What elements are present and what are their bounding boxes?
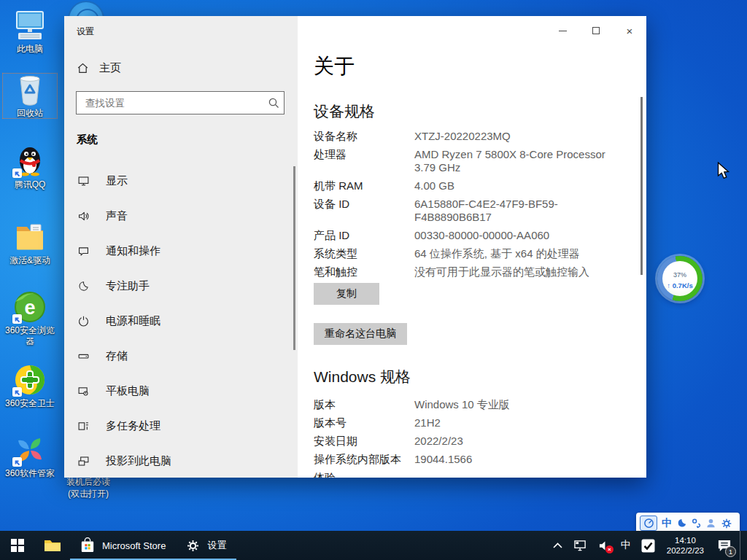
desktop-icon-label: 此电脑	[2, 44, 58, 55]
content-scrollbar[interactable]	[640, 97, 643, 275]
microsoft-store-icon	[80, 537, 95, 553]
spec-row: 设备名称 XTZJ-20220223MQ	[314, 130, 635, 143]
sidebar-item-sound[interactable]: 声音	[64, 198, 295, 233]
spec-label: 设备 ID	[314, 198, 414, 224]
sidebar-item-label: 通知和操作	[106, 244, 160, 258]
desktop-icon-360-browser[interactable]: e 360安全浏览器	[2, 290, 58, 347]
sidebar-item-label: 存储	[106, 349, 128, 363]
sidebar-section-title: 系统	[77, 133, 98, 147]
qq-penguin-icon	[12, 144, 47, 178]
minimize-button[interactable]	[546, 16, 579, 45]
desktop-icon-qq[interactable]: 腾讯QQ	[2, 144, 58, 190]
desktop-icon-label: 激活&驱动	[2, 255, 58, 266]
search-input[interactable]	[77, 98, 265, 109]
storage-icon	[77, 350, 90, 362]
sidebar-item-label: 投影到此电脑	[106, 454, 171, 468]
memory-percent: 37	[673, 271, 681, 279]
ime-gauge-icon[interactable]	[640, 516, 657, 531]
settings-sidebar: 设置 主页 系统	[64, 16, 298, 478]
ime-settings-icon[interactable]	[721, 518, 732, 529]
sidebar-item-notifications[interactable]: 通知和操作	[64, 233, 295, 268]
focus-assist-icon	[77, 280, 90, 292]
sidebar-item-tablet[interactable]: 平板电脑	[64, 373, 295, 408]
tray-network-icon[interactable]	[569, 531, 592, 560]
sidebar-item-storage[interactable]: 存储	[64, 338, 295, 373]
ime-account-icon[interactable]	[705, 518, 716, 529]
action-center-button[interactable]: 1	[712, 531, 737, 560]
desktop-icon-activation[interactable]: 激活&驱动	[2, 220, 58, 266]
shortcut-arrow-icon	[12, 314, 22, 324]
maximize-button[interactable]	[579, 16, 613, 45]
tray-360-icon[interactable]	[638, 531, 659, 560]
file-explorer-button[interactable]	[35, 531, 70, 560]
spec-row: 系统类型 64 位操作系统, 基于 x64 的处理器	[314, 247, 635, 260]
sidebar-scrollbar[interactable]	[293, 166, 295, 350]
window-caption-buttons: ×	[546, 16, 646, 45]
window-title: 设置	[77, 26, 94, 38]
spec-label: 设备名称	[314, 130, 414, 143]
spec-label: 处理器	[314, 148, 414, 174]
settings-search-box	[76, 91, 285, 114]
settings-main-pane: 关于 设备规格 设备名称 XTZJ-20220223MQ 处理器 AMD Ryz…	[298, 16, 646, 478]
spec-label: 笔和触控	[314, 265, 414, 279]
tablet-icon	[77, 385, 90, 397]
close-icon: ×	[627, 26, 633, 36]
tray-ime-indicator[interactable]: 中	[617, 531, 635, 560]
spec-value: AMD Ryzen 7 5800X 8-Core Processor 3.79 …	[414, 148, 622, 174]
spec-row: 体验	[314, 471, 635, 478]
rename-pc-button[interactable]: 重命名这台电脑	[314, 323, 407, 345]
360-safeguard-icon	[12, 363, 47, 397]
tray-volume-muted-icon[interactable]: ×	[595, 531, 614, 560]
desktop-icon-recycle-bin[interactable]: 回收站	[2, 73, 58, 119]
sidebar-item-power-sleep[interactable]: 电源和睡眠	[64, 303, 295, 338]
close-button[interactable]: ×	[613, 16, 646, 45]
spec-label: 版本	[314, 398, 414, 411]
sidebar-item-label: 专注助手	[106, 279, 150, 293]
shortcut-arrow-icon	[12, 168, 22, 178]
sidebar-item-multitasking[interactable]: 多任务处理	[64, 408, 295, 443]
sidebar-list: 显示 声音 通知和操作	[64, 163, 295, 478]
show-desktop-button[interactable]	[740, 531, 746, 560]
power-icon	[77, 315, 90, 327]
copy-button[interactable]: 复制	[314, 283, 379, 305]
360-software-manager-icon	[12, 433, 47, 467]
spec-value: 2022/2/23	[414, 435, 635, 448]
spec-value: 19044.1566	[414, 453, 635, 466]
taskbar-button-microsoft-store[interactable]: Microsoft Store	[70, 531, 176, 560]
taskbar: Microsoft Store 设置 × 中	[0, 531, 747, 560]
display-icon	[77, 175, 90, 187]
desktop-icon-this-pc[interactable]: 此电脑	[2, 9, 58, 55]
sidebar-item-home[interactable]: 主页	[77, 61, 121, 75]
desktop: 此电脑 回收站	[0, 0, 747, 560]
taskbar-button-label: Microsoft Store	[102, 540, 166, 551]
spec-value: XTZJ-20220223MQ	[414, 130, 635, 143]
ime-night-mode-icon[interactable]	[676, 518, 687, 529]
desktop-icon-360-software-manager[interactable]: 360软件管家	[2, 433, 58, 479]
spec-label: 机带 RAM	[314, 179, 414, 192]
spec-label: 版本号	[314, 416, 414, 429]
spec-row: 笔和触控 没有可用于此显示器的笔或触控输入	[314, 265, 635, 279]
windows-spec-rows: 版本 Windows 10 专业版 版本号 21H2 安装日期 2022/2/2…	[314, 398, 635, 478]
sidebar-item-display[interactable]: 显示	[64, 163, 295, 198]
volume-mute-badge: ×	[605, 545, 614, 553]
sidebar-item-label: 平板电脑	[106, 384, 150, 398]
tray-chevron-up-icon[interactable]	[549, 531, 566, 560]
sidebar-item-focus-assist[interactable]: 专注助手	[64, 268, 295, 303]
search-icon[interactable]	[265, 97, 284, 109]
gear-icon	[186, 539, 200, 553]
desktop-icon-readme-label[interactable]: 装机后必读(双击打开)	[63, 476, 114, 499]
spec-value: 6A15880F-C4E2-47F9-BF59-F4B8890B6B17	[414, 198, 635, 224]
spec-value	[414, 471, 635, 478]
ime-chinese-mode-icon[interactable]: 中	[662, 517, 672, 530]
sidebar-item-projecting[interactable]: 投影到此电脑	[64, 443, 295, 478]
sidebar-item-label: 电源和睡眠	[106, 314, 160, 328]
ime-punctuation-icon[interactable]	[692, 518, 701, 529]
360-speed-ball[interactable]: 37% ↑ 0.7K/s	[657, 256, 703, 301]
spec-row: 安装日期 2022/2/23	[314, 435, 635, 448]
spec-label: 产品 ID	[314, 229, 414, 242]
taskbar-button-settings[interactable]: 设置	[176, 531, 236, 560]
desktop-icon-360-safeguard[interactable]: 360安全卫士	[2, 363, 58, 409]
start-button[interactable]	[0, 531, 35, 560]
spec-value: Windows 10 专业版	[414, 398, 635, 411]
taskbar-clock[interactable]: 14:10 2022/2/23	[662, 535, 709, 556]
